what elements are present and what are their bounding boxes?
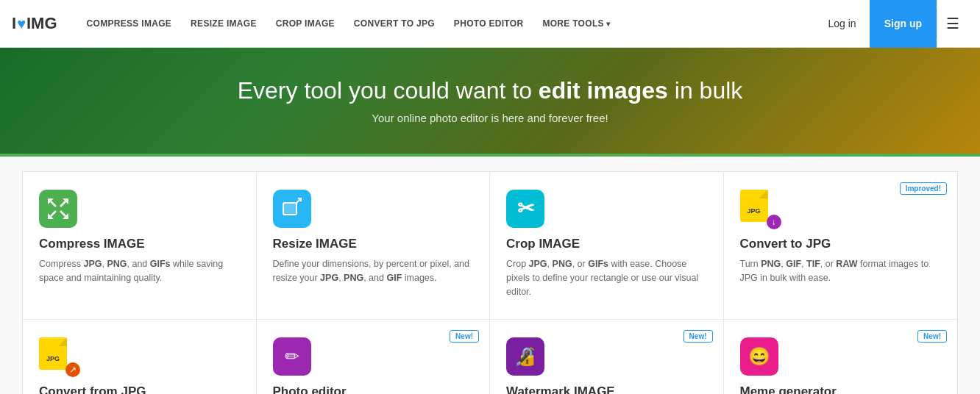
watermark-new-badge: New! <box>683 330 713 343</box>
tool-desc-crop-image: Crop JPG, PNG, or GIFs with ease. Choose… <box>506 257 707 298</box>
tool-desc-resize-image: Define your dimensions, by percent or pi… <box>273 257 474 285</box>
nav-auth: Log in Sign up ☰ <box>815 0 968 48</box>
convert-arrow-icon: ↓ <box>767 215 781 229</box>
logo-i: I <box>12 14 16 33</box>
signup-button[interactable]: Sign up <box>870 0 937 48</box>
nav-link-more-tools[interactable]: MORE TOOLS ▾ <box>535 18 617 29</box>
photo-editor-icon: ✏ <box>273 337 311 376</box>
tool-card-convert-from-jpg[interactable]: JPG ↗ Convert from JPG Turn JPG images t… <box>23 320 257 394</box>
hero-subtext: Your online photo editor is here and for… <box>15 112 965 124</box>
login-button[interactable]: Log in <box>815 12 870 35</box>
compress-image-icon <box>39 190 77 228</box>
tool-name-compress-image: Compress IMAGE <box>39 237 240 251</box>
jpg-from-file-label: JPG <box>46 355 60 362</box>
resize-image-icon <box>273 190 311 228</box>
from-jpg-arrow-icon: ↗ <box>65 362 80 377</box>
tool-desc-convert-to-jpg: Turn PNG, GIF, TIF, or RAW format images… <box>740 257 942 285</box>
tool-name-watermark-image: Watermark IMAGE <box>506 384 707 394</box>
watermark-image-icon: 🔏 <box>506 337 544 376</box>
logo-heart-icon: ♥ <box>17 15 26 32</box>
svg-line-8 <box>51 201 56 207</box>
crop-scissors-symbol: ✂ <box>517 198 534 219</box>
crop-image-icon: ✂ <box>506 190 544 228</box>
tool-card-resize-image[interactable]: Resize IMAGE Define your dimensions, by … <box>257 172 491 320</box>
tool-card-crop-image[interactable]: ✂ Crop IMAGE Crop JPG, PNG, or GIFs with… <box>490 172 724 320</box>
hero-headline: Every tool you could want to edit images… <box>15 77 965 104</box>
photo-editor-new-badge: New! <box>450 330 479 343</box>
tool-name-convert-to-jpg: Convert to JPG <box>740 237 942 251</box>
resize-arrows-svg <box>281 198 303 220</box>
meme-generator-icon: 😄 <box>740 337 778 376</box>
tool-card-compress-image[interactable]: Compress IMAGE Compress JPG, PNG, and GI… <box>23 172 257 320</box>
svg-line-11 <box>60 211 65 216</box>
tool-name-photo-editor: Photo editor <box>273 384 474 394</box>
hero-section: Every tool you could want to edit images… <box>0 48 980 154</box>
convert-from-jpg-icon: JPG ↗ <box>39 337 77 376</box>
svg-line-9 <box>60 201 65 207</box>
tool-name-crop-image: Crop IMAGE <box>506 237 707 251</box>
logo[interactable]: I ♥ IMG <box>12 14 57 33</box>
dropdown-arrow-icon: ▾ <box>606 20 610 28</box>
tool-desc-compress-image: Compress JPG, PNG, and GIFs while saving… <box>39 257 240 285</box>
improved-badge: Improved! <box>900 182 947 195</box>
pencil-icon: ✏ <box>285 346 299 367</box>
stamp-icon: 🔏 <box>514 346 536 367</box>
tool-card-meme-generator[interactable]: New! 😄 Meme generator Create your memes … <box>724 320 958 394</box>
nav-links: COMPRESS IMAGE RESIZE IMAGE CROP IMAGE C… <box>79 18 815 29</box>
tools-section: Compress IMAGE Compress JPG, PNG, and GI… <box>0 154 980 394</box>
tool-name-convert-from-jpg: Convert from JPG <box>39 384 240 394</box>
nav-link-compress-image[interactable]: COMPRESS IMAGE <box>79 18 180 29</box>
svg-rect-12 <box>283 203 297 215</box>
nav-link-resize-image[interactable]: RESIZE IMAGE <box>183 18 264 29</box>
logo-img: IMG <box>26 14 57 33</box>
jpg-file-label: JPG <box>747 207 760 215</box>
navbar: I ♥ IMG COMPRESS IMAGE RESIZE IMAGE CROP… <box>0 0 980 48</box>
convert-to-jpg-icon: JPG ↓ <box>740 190 778 228</box>
tool-card-photo-editor[interactable]: New! ✏ Photo editor Spice up your pictur… <box>257 320 491 394</box>
tool-card-watermark-image[interactable]: New! 🔏 Watermark IMAGE Stamp an image or… <box>490 320 724 394</box>
tool-card-convert-to-jpg[interactable]: Improved! JPG ↓ Convert to JPG Turn PNG,… <box>724 172 958 320</box>
smiley-icon: 😄 <box>748 346 770 367</box>
nav-link-convert-to-jpg[interactable]: CONVERT TO JPG <box>347 18 442 29</box>
meme-new-badge: New! <box>917 330 947 343</box>
tool-name-meme-generator: Meme generator <box>740 384 942 394</box>
nav-link-crop-image[interactable]: CROP IMAGE <box>269 18 342 29</box>
svg-line-10 <box>51 211 56 216</box>
nav-link-photo-editor[interactable]: PHOTO EDITOR <box>447 18 531 29</box>
compress-arrows-svg <box>48 198 68 219</box>
tools-grid: Compress IMAGE Compress JPG, PNG, and GI… <box>22 171 958 394</box>
tool-name-resize-image: Resize IMAGE <box>273 237 474 251</box>
hamburger-menu-button[interactable]: ☰ <box>937 9 968 38</box>
